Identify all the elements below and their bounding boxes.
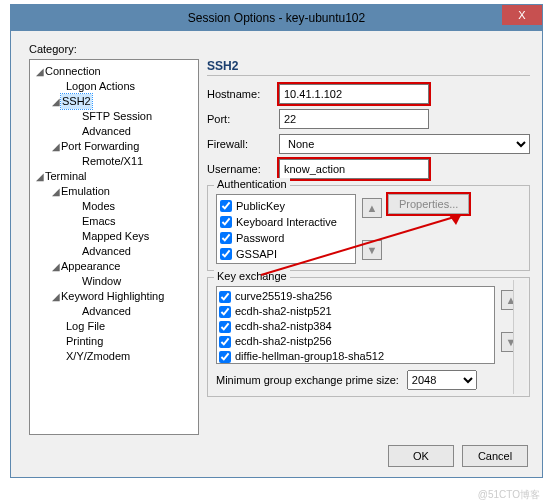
- hostname-input[interactable]: [279, 84, 429, 104]
- tree-connection[interactable]: ◢Connection: [32, 64, 196, 79]
- tree-keyword-highlighting[interactable]: ◢Keyword Highlighting: [32, 289, 196, 304]
- port-label: Port:: [207, 113, 279, 125]
- window-title: Session Options - key-ubuntu102: [188, 11, 365, 25]
- settings-panel: SSH2 Hostname: Port: Firewall: None User…: [207, 59, 530, 435]
- hostname-label: Hostname:: [207, 88, 279, 100]
- auth-move-down-button[interactable]: ▼: [362, 240, 382, 260]
- collapse-icon[interactable]: ◢: [50, 94, 61, 109]
- firewall-row: Firewall: None: [207, 134, 530, 154]
- tree-remote-x11[interactable]: Remote/X11: [32, 154, 196, 169]
- dialog-footer: OK Cancel: [17, 441, 536, 471]
- collapse-icon[interactable]: ◢: [34, 64, 45, 79]
- tree-printing[interactable]: Printing: [32, 334, 196, 349]
- kex-item-3[interactable]: ecdh-sha2-nistp256: [219, 334, 492, 349]
- key-exchange-group: Key exchange curve25519-sha256 ecdh-sha2…: [207, 277, 530, 397]
- collapse-icon[interactable]: ◢: [50, 184, 61, 199]
- dialog-body: Category: ◢Connection Logon Actions ◢SSH…: [17, 37, 536, 437]
- category-label: Category:: [29, 43, 77, 55]
- kex-item-0[interactable]: curve25519-sha256: [219, 289, 492, 304]
- tree-ssh2[interactable]: ◢SSH2: [32, 94, 196, 109]
- auth-list[interactable]: PublicKey Keyboard Interactive Password …: [216, 194, 356, 264]
- auth-publickey-check[interactable]: [220, 200, 232, 212]
- firewall-label: Firewall:: [207, 138, 279, 150]
- auth-keyboard-interactive[interactable]: Keyboard Interactive: [220, 214, 352, 230]
- kex-group-title: Key exchange: [214, 270, 290, 282]
- min-prime-label: Minimum group exchange prime size:: [216, 374, 399, 386]
- collapse-icon[interactable]: ◢: [34, 169, 45, 184]
- tree-sftp-session[interactable]: SFTP Session: [32, 109, 196, 124]
- username-input[interactable]: [279, 159, 429, 179]
- auth-publickey[interactable]: PublicKey: [220, 198, 352, 214]
- cancel-button[interactable]: Cancel: [462, 445, 528, 467]
- auth-gssapi-check[interactable]: [220, 248, 232, 260]
- tree-log-file[interactable]: Log File: [32, 319, 196, 334]
- tree-emulation-advanced[interactable]: Advanced: [32, 244, 196, 259]
- tree-port-forwarding[interactable]: ◢Port Forwarding: [32, 139, 196, 154]
- username-label: Username:: [207, 163, 279, 175]
- collapse-icon[interactable]: ◢: [50, 139, 61, 154]
- tree-modes[interactable]: Modes: [32, 199, 196, 214]
- auth-password-check[interactable]: [220, 232, 232, 244]
- divider: [207, 75, 530, 76]
- kex-item-2[interactable]: ecdh-sha2-nistp384: [219, 319, 492, 334]
- port-input[interactable]: [279, 109, 429, 129]
- tree-appearance[interactable]: ◢Appearance: [32, 259, 196, 274]
- watermark: @51CTO博客: [478, 488, 540, 502]
- tree-emacs[interactable]: Emacs: [32, 214, 196, 229]
- category-tree[interactable]: ◢Connection Logon Actions ◢SSH2 SFTP Ses…: [29, 59, 199, 435]
- authentication-group: Authentication PublicKey Keyboard Intera…: [207, 185, 530, 271]
- hostname-row: Hostname:: [207, 84, 530, 104]
- close-icon: X: [518, 9, 525, 21]
- auth-ki-check[interactable]: [220, 216, 232, 228]
- tree-xyzmodem[interactable]: X/Y/Zmodem: [32, 349, 196, 364]
- titlebar[interactable]: Session Options - key-ubuntu102 X: [11, 5, 542, 31]
- tree-mapped-keys[interactable]: Mapped Keys: [32, 229, 196, 244]
- firewall-select[interactable]: None: [279, 134, 530, 154]
- close-button[interactable]: X: [502, 5, 542, 25]
- auth-move-up-button[interactable]: ▲: [362, 198, 382, 218]
- tree-window[interactable]: Window: [32, 274, 196, 289]
- tree-kh-advanced[interactable]: Advanced: [32, 304, 196, 319]
- username-row: Username:: [207, 159, 530, 179]
- triangle-down-icon: ▼: [367, 244, 378, 256]
- triangle-up-icon: ▲: [367, 202, 378, 214]
- section-title: SSH2: [207, 59, 530, 73]
- kex-list[interactable]: curve25519-sha256 ecdh-sha2-nistp521 ecd…: [216, 286, 495, 364]
- tree-ssh2-advanced[interactable]: Advanced: [32, 124, 196, 139]
- tree-terminal[interactable]: ◢Terminal: [32, 169, 196, 184]
- min-prime-row: Minimum group exchange prime size: 2048: [216, 370, 521, 390]
- collapse-icon[interactable]: ◢: [50, 289, 61, 304]
- collapse-icon[interactable]: ◢: [50, 259, 61, 274]
- auth-group-title: Authentication: [214, 178, 290, 190]
- kex-item-1[interactable]: ecdh-sha2-nistp521: [219, 304, 492, 319]
- min-prime-select[interactable]: 2048: [407, 370, 477, 390]
- session-options-window: Session Options - key-ubuntu102 X Catego…: [10, 4, 543, 478]
- auth-gssapi[interactable]: GSSAPI: [220, 246, 352, 262]
- tree-emulation[interactable]: ◢Emulation: [32, 184, 196, 199]
- properties-button[interactable]: Properties...: [388, 194, 469, 214]
- auth-password[interactable]: Password: [220, 230, 352, 246]
- tree-logon-actions[interactable]: Logon Actions: [32, 79, 196, 94]
- kex-item-4[interactable]: diffie-hellman-group18-sha512: [219, 349, 492, 364]
- port-row: Port:: [207, 109, 530, 129]
- ok-button[interactable]: OK: [388, 445, 454, 467]
